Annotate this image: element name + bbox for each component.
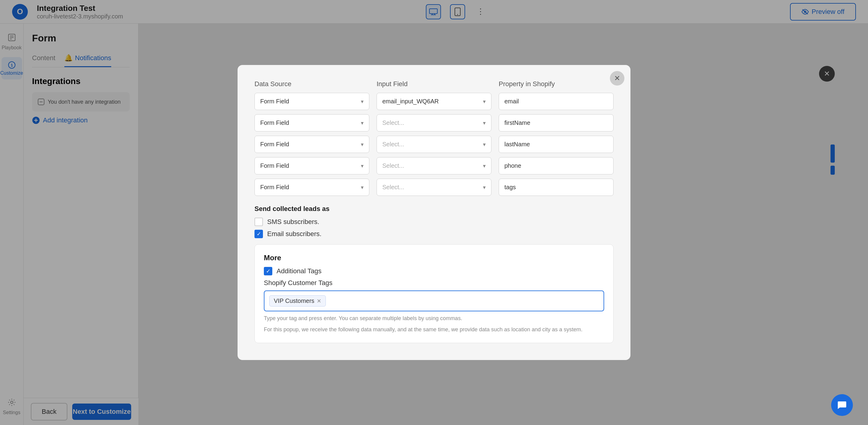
source-select-2[interactable]: Form Field ▾ <box>254 114 369 131</box>
chevron-down-icon: ▾ <box>361 141 364 148</box>
modal: ✕ Data Source Input Field Property in Sh… <box>238 65 630 360</box>
source-select-1[interactable]: Form Field ▾ <box>254 93 369 110</box>
input-select-3[interactable]: Select... ▾ <box>377 136 491 153</box>
input-select-1[interactable]: email_input_WQ6AR ▾ <box>377 93 491 110</box>
chevron-down-icon: ▾ <box>361 98 364 105</box>
help-text-2: For this popup, we receive the following… <box>264 326 604 334</box>
send-leads-label: Send collected leads as <box>254 205 614 213</box>
chevron-down-icon: ▾ <box>361 184 364 191</box>
tags-label: Shopify Customer Tags <box>264 279 604 287</box>
col-header-source: Data Source <box>254 80 369 88</box>
sms-label: SMS subscribers. <box>267 218 319 226</box>
source-select-3[interactable]: Form Field ▾ <box>254 136 369 153</box>
table-row: Form Field ▾ Select... ▾ firstName <box>254 114 614 131</box>
chevron-down-icon: ▾ <box>483 141 486 148</box>
property-field-3: lastName <box>499 136 614 153</box>
more-section: More Additional Tags Shopify Customer Ta… <box>254 244 614 343</box>
tag-chip: VIP Customers ✕ <box>269 295 326 306</box>
chevron-down-icon: ▾ <box>483 120 486 126</box>
table-row: Form Field ▾ Select... ▾ phone <box>254 157 614 174</box>
tags-input-area[interactable]: VIP Customers ✕ <box>264 291 604 311</box>
table-row: Form Field ▾ email_input_WQ6AR ▾ email <box>254 93 614 110</box>
modal-overlay: ✕ Data Source Input Field Property in Sh… <box>0 0 868 425</box>
additional-tags-checkbox[interactable] <box>264 267 272 275</box>
email-label: Email subscribers. <box>267 230 321 238</box>
chevron-down-icon: ▾ <box>483 163 486 169</box>
chevron-down-icon: ▾ <box>361 163 364 169</box>
input-select-5[interactable]: Select... ▾ <box>377 179 491 196</box>
property-field-4: phone <box>499 157 614 174</box>
input-select-4[interactable]: Select... ▾ <box>377 157 491 174</box>
source-select-4[interactable]: Form Field ▾ <box>254 157 369 174</box>
input-select-2[interactable]: Select... ▾ <box>377 114 491 131</box>
property-field-1: email <box>499 93 614 110</box>
additional-tags-row[interactable]: Additional Tags <box>264 267 604 275</box>
email-checkbox[interactable] <box>254 230 263 238</box>
chevron-down-icon: ▾ <box>361 120 364 126</box>
table-row: Form Field ▾ Select... ▾ lastName <box>254 136 614 153</box>
modal-close-btn[interactable]: ✕ <box>610 71 624 86</box>
property-field-5: tags <box>499 179 614 196</box>
table-row: Form Field ▾ Select... ▾ tags <box>254 179 614 196</box>
sms-checkbox[interactable] <box>254 218 263 226</box>
modal-column-headers: Data Source Input Field Property in Shop… <box>254 80 614 88</box>
additional-tags-label: Additional Tags <box>277 267 321 275</box>
tag-value: VIP Customers <box>274 298 314 304</box>
modal-rows: Form Field ▾ email_input_WQ6AR ▾ email F… <box>254 93 614 196</box>
email-checkbox-row[interactable]: Email subscribers. <box>254 230 614 238</box>
tags-input[interactable] <box>329 298 599 304</box>
chat-button[interactable] <box>831 394 853 416</box>
close-icon: ✕ <box>614 74 620 83</box>
col-header-input: Input Field <box>377 80 491 88</box>
property-field-2: firstName <box>499 114 614 131</box>
tag-remove-btn[interactable]: ✕ <box>317 298 321 304</box>
more-title: More <box>264 253 604 262</box>
col-header-property: Property in Shopify <box>499 80 614 88</box>
sms-checkbox-row[interactable]: SMS subscribers. <box>254 218 614 226</box>
chevron-down-icon: ▾ <box>483 98 486 105</box>
chevron-down-icon: ▾ <box>483 184 486 191</box>
help-text-1: Type your tag and press enter. You can s… <box>264 314 604 323</box>
source-select-5[interactable]: Form Field ▾ <box>254 179 369 196</box>
